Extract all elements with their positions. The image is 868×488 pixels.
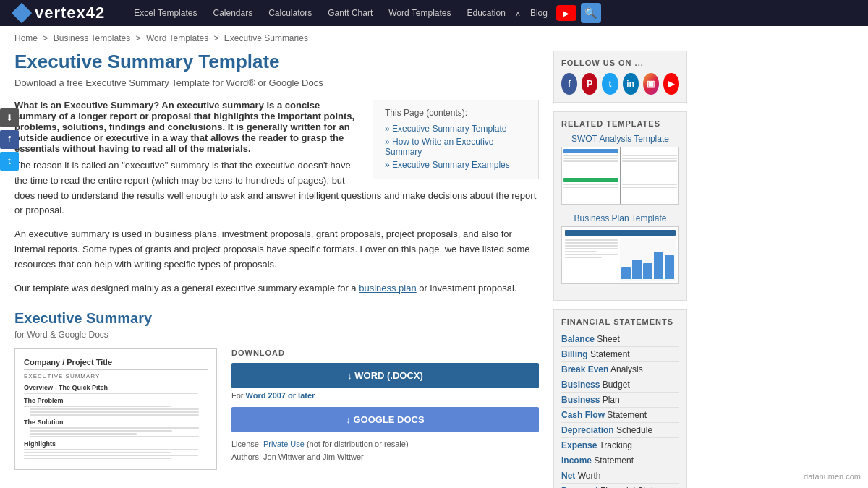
preview-bullet-1 [24,408,208,410]
page-title: Executive Summary Template [14,51,539,73]
breadcrumb-sep1: > [43,33,50,43]
preview-hl-3 [24,455,198,456]
swot-template-link[interactable]: SWOT Analysis Template [561,134,679,144]
swot-template-card: SWOT Analysis Template [561,134,679,205]
swot-thumbnail [561,147,679,205]
logo-diamond-icon [12,3,32,23]
search-button[interactable]: 🔍 [581,3,601,23]
follow-box: FOLLOW US ON ... f P t in ▣ ▶ [553,51,687,103]
instagram-icon[interactable]: ▣ [643,73,659,95]
for-text: for Word & Google Docs [14,330,539,340]
toc-link-1[interactable]: Executive Summary Template [385,122,527,135]
breadcrumb-executive-summaries[interactable]: Executive Summaries [224,33,308,43]
preview-sol-1 [24,427,208,429]
preview-company-title: Company / Project Title [24,358,208,370]
preview-line-prob1 [24,406,171,407]
preview-line-overview [24,393,198,394]
nav-excel-templates[interactable]: Excel Templates [127,5,204,21]
preview-sol-3 [24,433,208,435]
financial-title: FINANCIAL STATEMENTS [561,317,679,326]
preview-solution-head: The Solution [24,419,208,426]
fin-depreciation-schedule[interactable]: Depreciation Schedule [561,423,679,438]
fin-billing-statement[interactable]: Billing Statement [561,347,679,362]
preview-bullet-2 [24,411,208,413]
fin-net-worth[interactable]: Net Worth [561,468,679,484]
fin-balance-sheet[interactable]: Balance Sheet [561,332,679,347]
toc-box: This Page (contents): Executive Summary … [373,100,539,179]
logo-area[interactable]: vertex42 [14,4,105,22]
preview-sol-4 [24,436,208,437]
nav-menu: Excel Templates Calendars Calculators Ga… [127,3,854,23]
breadcrumb-sep3: > [214,33,221,43]
section-title: Executive Summary [14,310,539,327]
page-subtitle: Download a free Executive Summary Templa… [14,77,539,88]
breadcrumb-word-templates[interactable]: Word Templates [146,33,208,43]
fin-business-plan[interactable]: Business Plan [561,393,679,408]
logo-text: vertex42 [35,4,105,22]
nav-blog[interactable]: Blog [523,5,555,21]
youtube-nav-button[interactable]: ▶ [556,5,576,21]
twitter-share-icon[interactable]: t [0,152,19,171]
preview-hl-2 [24,452,171,453]
toc-link-2[interactable]: How to Write an Executive Summary [385,135,527,158]
download-label: DOWNLOAD [231,348,539,357]
breadcrumb: Home > Business Templates > Word Templat… [0,26,868,51]
fin-break-even[interactable]: Break Even Analysis [561,362,679,377]
social-icons: f P t in ▣ ▶ [561,73,679,95]
business-plan-thumbnail [561,226,679,284]
preview-problem-head: The Problem [24,397,208,404]
nav-calendars[interactable]: Calendars [205,5,260,21]
download-section: DOWNLOAD ↓ WORD (.DOCX) For Word 2007 or… [231,348,539,470]
nav-word-templates[interactable]: Word Templates [381,5,458,21]
fin-business-budget[interactable]: Business Budget [561,377,679,393]
for-word-text: For Word 2007 or later [231,391,539,400]
breadcrumb-sep2: > [136,33,143,43]
template-section: Company / Project Title EXECUTIVE SUMMAR… [14,348,539,470]
preview-bullet-3 [24,414,208,416]
business-plan-link[interactable]: business plan [359,283,417,294]
financial-box: FINANCIAL STATEMENTS Balance Sheet Billi… [553,309,687,488]
fin-expense-tracking[interactable]: Expense Tracking [561,438,679,453]
breadcrumb-business-templates[interactable]: Business Templates [54,33,131,43]
body-text-4: Our template was designed mainly as a ge… [14,281,539,296]
linkedin-icon[interactable]: in [623,73,639,95]
template-preview: Company / Project Title EXECUTIVE SUMMAR… [14,348,217,470]
preview-hl-4 [24,458,171,459]
nav-gantt-chart[interactable]: Gantt Chart [320,5,380,21]
breadcrumb-home[interactable]: Home [14,33,38,43]
authors-text: Authors: Jon Wittwer and Jim Wittwer [231,453,539,461]
body-text-3: An executive summary is used in business… [14,227,539,272]
download-word-button[interactable]: ↓ WORD (.DOCX) [231,363,539,388]
toc-title: This Page (contents): [385,108,527,118]
facebook-share-icon[interactable]: f [0,130,19,149]
main-wrapper: Executive Summary Template Download a fr… [0,51,868,488]
preview-highlights-head: Highlights [24,440,208,448]
fin-personal-financial[interactable]: Personal Financial Statement [561,484,679,488]
header: vertex42 Excel Templates Calendars Calcu… [0,0,868,26]
business-plan-card: Business Plan Template [561,213,679,284]
preview-overview-head: Overview - The Quick Pitch [24,384,208,391]
preview-hl-1 [24,449,198,450]
left-sidebar: ⬇ f t [0,108,22,171]
follow-title: FOLLOW US ON ... [561,59,679,67]
download-google-button[interactable]: ↓ GOOGLE DOCS [231,407,539,432]
nav-calculators[interactable]: Calculators [261,5,319,21]
fin-income-statement[interactable]: Income Statement [561,453,679,468]
save-icon[interactable]: ⬇ [0,108,19,127]
related-title: RELATED TEMPLATES [561,119,679,128]
facebook-icon[interactable]: f [561,73,577,95]
youtube-icon[interactable]: ▶ [663,73,679,95]
twitter-icon[interactable]: t [602,73,618,95]
fin-cash-flow[interactable]: Cash Flow Statement [561,408,679,423]
related-box: RELATED TEMPLATES SWOT Analysis Template [553,111,687,301]
preview-sol-2 [24,430,208,432]
private-use-link[interactable]: Private Use [263,440,305,448]
watermark: datanumen.com [804,472,861,481]
nav-education[interactable]: Education [460,5,513,21]
license-text: License: Private Use (not for distributi… [231,440,539,448]
pinterest-icon[interactable]: P [582,73,597,95]
preview-exec-label: EXECUTIVE SUMMARY [24,373,208,380]
right-sidebar: FOLLOW US ON ... f P t in ▣ ▶ RELATED TE… [553,51,687,488]
toc-link-3[interactable]: Executive Summary Examples [385,158,527,171]
business-plan-link[interactable]: Business Plan Template [561,213,679,223]
